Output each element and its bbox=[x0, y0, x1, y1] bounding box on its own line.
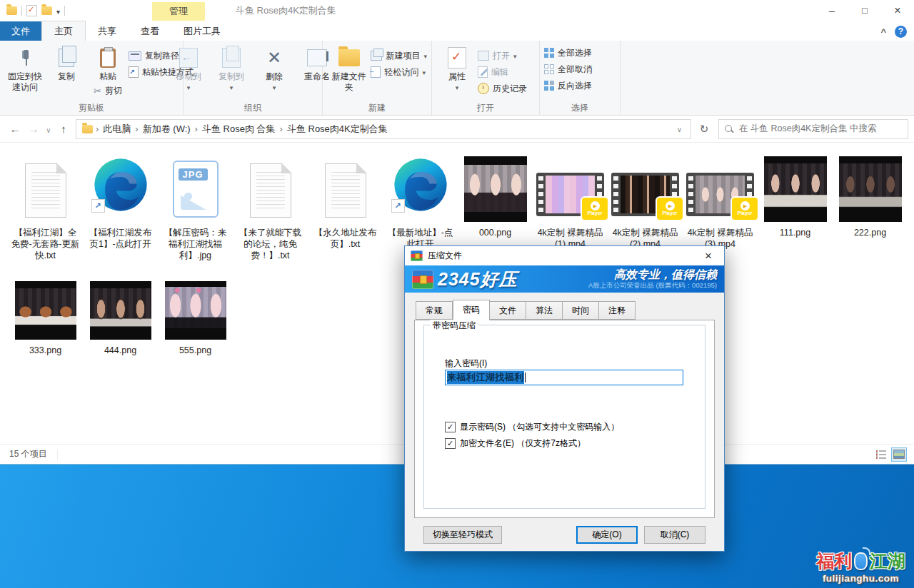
pin-label: 固定到快速访问 bbox=[7, 71, 43, 93]
up-button[interactable] bbox=[54, 120, 73, 138]
encrypt-filenames-label: 加密文件名(E) （仅支持7z格式） bbox=[460, 437, 586, 450]
breadcrumb-parent-folder[interactable]: 斗鱼 Rose肉 合集 bbox=[198, 123, 280, 136]
breadcrumb-drive[interactable]: 新加卷 (W:) bbox=[139, 123, 195, 136]
dialog-tab-comment[interactable]: 注释 bbox=[599, 301, 636, 320]
open-button[interactable]: 打开 bbox=[478, 49, 527, 63]
file-item[interactable]: 【福利江湖发布页1】-点此打开 bbox=[85, 151, 156, 261]
file-item[interactable]: 111.png bbox=[760, 151, 830, 261]
image-thumbnail bbox=[165, 281, 226, 340]
breadcrumb-this-pc[interactable]: 此电脑 bbox=[99, 123, 135, 136]
dialog-tab-algorithm[interactable]: 算法 bbox=[526, 301, 563, 320]
file-item[interactable]: 444.png bbox=[85, 268, 156, 356]
minimize-button[interactable] bbox=[815, 0, 848, 21]
file-item[interactable]: 【永久地址发布页】.txt bbox=[310, 151, 381, 261]
file-item[interactable]: Player 4k定制 裸舞精品 (3).mp4 bbox=[685, 151, 755, 261]
file-item[interactable]: 222.png bbox=[835, 151, 905, 261]
back-button[interactable] bbox=[6, 120, 24, 138]
help-icon[interactable] bbox=[895, 26, 907, 38]
player-badge-label: Player bbox=[737, 211, 752, 216]
file-item[interactable]: JPG 【解压密码：来福利江湖找福利】.jpg bbox=[160, 151, 231, 261]
tab-home[interactable]: 主页 bbox=[41, 21, 86, 41]
easy-access-button[interactable]: 轻松访问 bbox=[371, 65, 427, 79]
address-dropdown-icon[interactable] bbox=[671, 123, 688, 134]
switch-light-mode-button[interactable]: 切换至轻巧模式 bbox=[423, 526, 502, 544]
recent-locations-button[interactable] bbox=[43, 120, 54, 138]
ribbon-corner bbox=[880, 25, 907, 38]
show-password-label: 显示密码(S) （勾选可支持中文密码输入） bbox=[460, 421, 619, 433]
select-none-button[interactable]: 全部取消 bbox=[544, 62, 592, 76]
invert-selection-button[interactable]: 反向选择 bbox=[544, 78, 592, 93]
video-thumbnail: Player bbox=[686, 173, 754, 216]
select-all-icon bbox=[544, 48, 554, 58]
properties-button[interactable]: 属性 bbox=[436, 44, 478, 94]
tab-view[interactable]: 查看 bbox=[129, 21, 171, 41]
contextual-tab-manage[interactable]: 管理 bbox=[152, 2, 205, 21]
new-item-button[interactable]: 新建项目 bbox=[371, 49, 427, 63]
tab-picture-tools[interactable]: 图片工具 bbox=[171, 21, 233, 41]
file-item[interactable]: 000.png bbox=[460, 151, 531, 261]
dialog-close-button[interactable] bbox=[693, 246, 724, 265]
dialog-banner: 2345好压 高效专业，值得信赖 A股上市公司荣誉出品 (股票代码：002195… bbox=[405, 265, 724, 293]
text-caret bbox=[525, 372, 526, 382]
breadcrumb[interactable]: 此电脑 新加卷 (W:) 斗鱼 Rose肉 合集 斗鱼 Rose肉4K定制合集 bbox=[76, 119, 691, 139]
edit-button[interactable]: 编辑 bbox=[478, 65, 527, 79]
delete-icon bbox=[267, 47, 281, 69]
compress-dialog: 压缩文件 2345好压 高效专业，值得信赖 A股上市公司荣誉出品 (股票代码：0… bbox=[404, 245, 725, 552]
details-view-button[interactable] bbox=[874, 448, 888, 461]
dialog-tab-general[interactable]: 常规 bbox=[416, 301, 453, 320]
password-input[interactable]: 来福利江湖找福利 bbox=[445, 370, 683, 385]
paste-button[interactable]: 粘贴 bbox=[87, 44, 129, 83]
file-item[interactable]: 【最新地址】-点此打开 bbox=[385, 151, 456, 261]
cut-button[interactable]: 剪切 bbox=[94, 83, 122, 98]
select-all-button[interactable]: 全部选择 bbox=[544, 46, 592, 60]
thumbnails-view-button[interactable] bbox=[891, 447, 907, 462]
file-name: 【解压密码：来福利江湖找福利】.jpg bbox=[160, 227, 231, 261]
dialog-tab-files[interactable]: 文件 bbox=[490, 301, 526, 320]
file-item[interactable]: 【福利江湖】全免费-无套路-更新快.txt bbox=[10, 151, 81, 261]
copy-button[interactable]: 复制 bbox=[46, 44, 87, 83]
separator bbox=[64, 6, 65, 16]
chevron-down-icon[interactable] bbox=[56, 4, 60, 17]
invert-selection-icon bbox=[544, 81, 554, 91]
pin-to-quick-access-button[interactable]: 固定到快速访问 bbox=[4, 44, 46, 94]
group-label-organize: 组织 bbox=[184, 102, 322, 114]
ok-button[interactable]: 确定(O) bbox=[576, 526, 638, 544]
move-to-button[interactable]: 移动到 bbox=[168, 44, 209, 94]
search-box[interactable]: 在 斗鱼 Rose肉4K定制合集 中搜索 bbox=[718, 119, 908, 139]
paste-icon bbox=[100, 49, 116, 68]
dialog-title-bar: 压缩文件 bbox=[405, 246, 724, 265]
folder-icon[interactable] bbox=[6, 6, 17, 15]
forward-button[interactable] bbox=[24, 120, 43, 138]
new-folder-button[interactable]: 新建文件夹 bbox=[327, 44, 371, 94]
refresh-button[interactable] bbox=[694, 120, 714, 138]
delete-button[interactable]: 删除 bbox=[253, 44, 295, 94]
file-item[interactable]: 555.png bbox=[160, 268, 231, 356]
new-item-icon bbox=[371, 51, 382, 61]
file-item[interactable]: Player 4k定制 裸舞精品 (1).mp4 bbox=[535, 151, 606, 261]
file-name: 444.png bbox=[104, 345, 136, 356]
dialog-tab-time[interactable]: 时间 bbox=[563, 301, 599, 320]
properties-icon[interactable] bbox=[26, 5, 37, 16]
collapse-ribbon-icon[interactable] bbox=[880, 25, 886, 38]
history-button[interactable]: 历史记录 bbox=[478, 81, 527, 96]
cancel-button[interactable]: 取消(C) bbox=[644, 526, 705, 544]
dialog-tab-password[interactable]: 密码 bbox=[453, 300, 490, 320]
copy-to-button[interactable]: 复制到 bbox=[211, 44, 252, 94]
tab-share[interactable]: 共享 bbox=[86, 21, 129, 41]
move-to-icon bbox=[179, 48, 198, 68]
play-icon bbox=[591, 201, 600, 211]
file-name: 000.png bbox=[479, 227, 511, 238]
image-thumbnail bbox=[764, 156, 827, 222]
separator bbox=[21, 6, 22, 16]
close-button[interactable] bbox=[881, 0, 914, 21]
file-item[interactable]: 【来了就能下载的论坛，纯免费！】.txt bbox=[235, 151, 306, 261]
file-item[interactable]: Player 4k定制 裸舞精品 (2).mp4 bbox=[610, 151, 681, 261]
encrypt-filenames-checkbox[interactable]: 加密文件名(E) （仅支持7z格式） bbox=[445, 437, 586, 450]
tab-file[interactable]: 文件 bbox=[0, 21, 41, 41]
breadcrumb-current-folder[interactable]: 斗鱼 Rose肉4K定制合集 bbox=[283, 123, 392, 136]
file-item[interactable]: 333.png bbox=[10, 268, 81, 356]
show-password-checkbox[interactable]: 显示密码(S) （勾选可支持中文密码输入） bbox=[445, 421, 619, 433]
desktop: 管理 斗鱼 Rose肉4K定制合集 文件 主页 共享 查看 图片工具 bbox=[0, 0, 914, 588]
maximize-button[interactable] bbox=[848, 0, 881, 21]
new-folder-icon[interactable] bbox=[41, 6, 52, 15]
